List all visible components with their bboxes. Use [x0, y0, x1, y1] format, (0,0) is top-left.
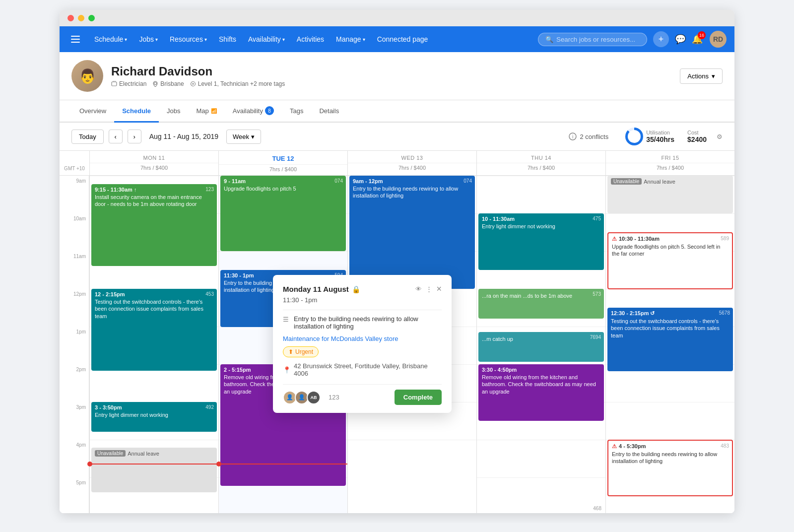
event-fri-3[interactable]: 12:30 - 2:15pm ↺ 5678 Testing out the sw… [607, 308, 733, 371]
date-range: Aug 11 - Aug 15, 2019 [146, 133, 221, 140]
nav-resources[interactable]: Resources ▾ [165, 32, 212, 46]
window-chrome [60, 10, 734, 26]
avatar-3: AB [307, 391, 321, 404]
header-thu: THU 14 7hrs / $400 [476, 151, 605, 175]
chevron-down-icon: ▾ [125, 37, 127, 42]
week-view-button[interactable]: Week ▾ [226, 130, 261, 144]
event-mon-2[interactable]: 12 - 2:15pm 453 Testing out the switchbo… [91, 289, 217, 371]
popup-address: 📍 42 Brunswick Street, Fortitude Valley,… [283, 362, 442, 377]
popup-footer: 👤 👤 AB 123 Complete [283, 390, 442, 405]
svg-point-4 [154, 82, 157, 85]
complete-button[interactable]: Complete [395, 390, 442, 405]
search-box[interactable]: 🔍 [538, 33, 647, 46]
event-tue-1[interactable]: 9 - 11am 074 Upgrade floodlights on pitc… [220, 176, 346, 251]
popup-description-row: ☰ Entry to the building needs rewiring t… [283, 315, 442, 330]
nav-manage[interactable]: Manage ▾ [331, 32, 370, 46]
popup-action-buttons: 👁 ⋮ × [415, 284, 442, 294]
tab-availability[interactable]: Availability 8 [225, 100, 282, 123]
search-icon: 🔍 [545, 36, 553, 43]
day-fri: Unavailable Annual leave ⚠10:30 - 11:30a… [605, 176, 734, 513]
eye-icon[interactable]: 👁 [415, 285, 422, 293]
chevron-down-icon: ▾ [282, 37, 285, 42]
day-thu: 10 - 11:30am 475 Entry light dimmer not … [476, 176, 605, 513]
chevron-down-icon: ▾ [251, 133, 255, 140]
next-week-button[interactable]: › [128, 130, 141, 143]
tab-tags[interactable]: Tags [282, 100, 311, 123]
nav-activities[interactable]: Activities [292, 32, 329, 46]
event-mon-3[interactable]: 3 - 3:50pm 492 Entry light dimmer not wo… [91, 402, 217, 432]
nav-jobs[interactable]: Jobs ▾ [134, 32, 163, 46]
header-mon: MON 11 7hrs / $400 [89, 151, 218, 175]
event-fri-unavail[interactable]: Unavailable Annual leave [607, 176, 733, 213]
chevron-down-icon: ▾ [712, 72, 715, 80]
event-popup: Monday 11 August 🔒 👁 ⋮ × 11:30 - 1pm ☰ E… [273, 275, 452, 413]
event-fri-4[interactable]: ⚠4 - 5:30pm 483 Entry to the building ne… [607, 440, 733, 496]
utilisation-label: Utilisation [646, 130, 674, 135]
utilisation-value: 35/40hrs [646, 135, 674, 143]
profile-location: Brisbane [152, 80, 184, 87]
location-icon: 📍 [283, 366, 291, 374]
popup-maintenance: Maintenance for McDonalds Valley store [283, 335, 442, 342]
chevron-down-icon: ▾ [204, 37, 207, 42]
cost-section: Cost $2400 [687, 130, 707, 143]
chevron-down-icon: ▾ [155, 37, 158, 42]
event-wed-1[interactable]: 9am - 12pm 074 Entry to the building nee… [349, 176, 475, 289]
svg-rect-0 [71, 36, 80, 37]
calendar-header: GMT +10 MON 11 7hrs / $400 TUE 12 7hrs /… [60, 151, 734, 176]
tab-jobs[interactable]: Jobs [159, 100, 188, 123]
search-input[interactable] [556, 36, 640, 43]
notifications-icon[interactable]: 🔔 16 [692, 34, 703, 45]
close-popup-button[interactable]: × [436, 284, 442, 294]
prev-week-button[interactable]: ‹ [109, 130, 123, 143]
event-mon-1[interactable]: 9:15 - 11:30am ↑ 123 Install security ca… [91, 184, 217, 266]
event-thu-3[interactable]: 7694 ...m catch up [478, 332, 604, 362]
time-column: 9am 10am 11am 12pm 1pm 2pm 3pm 4pm 5pm [60, 176, 89, 513]
svg-rect-2 [71, 42, 80, 43]
event-fri-conflict[interactable]: ⚠10:30 - 11:30am 589 Upgrade floodlights… [607, 232, 733, 289]
minimize-button[interactable] [78, 15, 84, 21]
profile-section: 👨 Richard Davidson Electrician Brisbane … [60, 52, 734, 100]
profile-avatar: 👨 [71, 60, 103, 92]
event-mon-unavail[interactable]: Unavailable Annual leave [91, 448, 217, 492]
add-button[interactable]: + [653, 31, 669, 47]
nav-availability[interactable]: Availability ▾ [243, 32, 290, 46]
tab-schedule[interactable]: Schedule [114, 100, 159, 123]
chat-icon[interactable]: 💬 [675, 34, 686, 45]
settings-icon[interactable]: ⚙ [717, 133, 723, 140]
profile-tags-detail: Level 1, Technician +2 more tags [190, 80, 285, 87]
header-tue: TUE 12 7hrs / $400 [218, 151, 347, 175]
nav-connected-page[interactable]: Connected page [372, 32, 433, 46]
event-thu-4[interactable]: 3:30 - 4:50pm Remove old wiring from the… [478, 364, 604, 421]
popup-date: Monday 11 August 🔒 [283, 285, 360, 293]
menu-icon[interactable] [67, 31, 83, 47]
close-button[interactable] [67, 15, 74, 21]
actions-button[interactable]: Actions ▾ [680, 68, 723, 84]
event-thu-2[interactable]: 573 ...ra on the main ...ds to be 1m abo… [478, 289, 604, 319]
sub-navigation: Overview Schedule Jobs Map 📶 Availabilit… [60, 100, 734, 123]
tab-map[interactable]: Map 📶 [188, 100, 224, 123]
svg-rect-1 [71, 39, 80, 40]
conflicts-section[interactable]: i 2 conflicts [569, 133, 608, 140]
nav-shifts[interactable]: Shifts [214, 32, 241, 46]
user-avatar[interactable]: RD [710, 31, 727, 48]
header-wed: WED 13 7hrs / $400 [347, 151, 476, 175]
svg-text:i: i [572, 134, 573, 139]
profile-name: Richard Davidson [111, 65, 285, 78]
profile-role: Electrician [111, 80, 146, 87]
tab-overview[interactable]: Overview [71, 100, 114, 123]
more-options-icon[interactable]: ⋮ [426, 285, 432, 293]
popup-avatars: 👤 👤 AB 123 [283, 391, 339, 404]
svg-rect-3 [112, 82, 117, 86]
nav-schedule[interactable]: Schedule ▾ [89, 32, 132, 46]
utilisation-section: Utilisation 35/40hrs [625, 128, 674, 145]
tab-details[interactable]: Details [311, 100, 347, 123]
notification-badge: 16 [698, 31, 706, 39]
event-thu-1[interactable]: 10 - 11:30am 475 Entry light dimmer not … [478, 213, 604, 270]
header-fri: FRI 15 7hrs / $400 [605, 151, 734, 175]
maximize-button[interactable] [88, 15, 95, 21]
description-icon: ☰ [283, 316, 289, 323]
today-button[interactable]: Today [71, 130, 104, 144]
urgent-badge: ⬆ Urgent [283, 346, 319, 357]
lock-icon: 🔒 [352, 285, 360, 293]
day-mon: 9:15 - 11:30am ↑ 123 Install security ca… [89, 176, 218, 513]
